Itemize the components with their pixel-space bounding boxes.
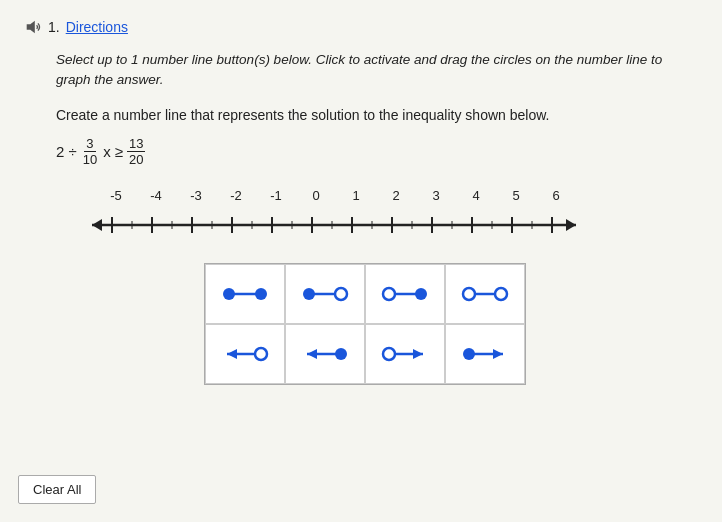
svg-marker-40 xyxy=(227,349,237,359)
button-grid xyxy=(204,263,526,385)
button-grid-wrapper xyxy=(204,263,698,385)
nl-label-neg3: -3 xyxy=(176,188,216,203)
nl-label-2: 2 xyxy=(376,188,416,203)
svg-point-29 xyxy=(255,288,267,300)
svg-marker-47 xyxy=(413,349,423,359)
nl-label-4: 4 xyxy=(456,188,496,203)
btn-open-open[interactable] xyxy=(445,264,525,324)
frac-denominator: 10 xyxy=(81,152,99,168)
page: 1. Directions Select up to 1 number line… xyxy=(0,0,722,429)
question-number: 1. Directions xyxy=(24,18,128,36)
nl-label-3: 3 xyxy=(416,188,456,203)
number-line-container: -5 -4 -3 -2 -1 0 1 2 3 4 5 6 xyxy=(84,188,698,243)
geq-sign: ≥ xyxy=(115,143,123,160)
svg-marker-43 xyxy=(307,349,317,359)
svg-point-44 xyxy=(335,348,347,360)
nl-label-neg1: -1 xyxy=(256,188,296,203)
directions-link[interactable]: Directions xyxy=(66,19,128,35)
svg-point-38 xyxy=(495,288,507,300)
btn-filled-filled[interactable] xyxy=(205,264,285,324)
svg-point-28 xyxy=(223,288,235,300)
nl-label-neg4: -4 xyxy=(136,188,176,203)
svg-point-46 xyxy=(383,348,395,360)
svg-marker-3 xyxy=(566,219,576,231)
problem-text: Create a number line that represents the… xyxy=(56,105,698,126)
svg-point-31 xyxy=(303,288,315,300)
nl-label-0: 0 xyxy=(296,188,336,203)
nl-label-1: 1 xyxy=(336,188,376,203)
btn-filled-right-arrow[interactable] xyxy=(445,324,525,384)
number-line-labels: -5 -4 -3 -2 -1 0 1 2 3 4 5 6 xyxy=(84,188,698,203)
clear-all-button[interactable]: Clear All xyxy=(18,475,96,504)
rhs-denominator: 20 xyxy=(127,152,145,168)
fraction-3-10: 3 10 xyxy=(81,136,99,168)
question-num-label: 1. xyxy=(48,19,60,35)
btn-open-right-arrow[interactable] xyxy=(365,324,445,384)
coeff: 2 ÷ xyxy=(56,143,77,160)
btn-open-filled[interactable] xyxy=(365,264,445,324)
btn-left-arrow-filled[interactable] xyxy=(285,324,365,384)
svg-point-37 xyxy=(463,288,475,300)
nl-label-neg5: -5 xyxy=(96,188,136,203)
svg-point-35 xyxy=(415,288,427,300)
nl-label-5: 5 xyxy=(496,188,536,203)
variable: x xyxy=(103,143,111,160)
question-header: 1. Directions xyxy=(24,18,698,36)
svg-point-49 xyxy=(463,348,475,360)
frac-numerator: 3 xyxy=(84,136,95,153)
nl-label-neg2: -2 xyxy=(216,188,256,203)
svg-point-32 xyxy=(335,288,347,300)
instructions-text: Select up to 1 number line button(s) bel… xyxy=(56,50,698,91)
svg-marker-0 xyxy=(27,21,35,34)
rhs-numerator: 13 xyxy=(127,136,145,153)
math-expression: 2 ÷ 3 10 x ≥ 13 20 xyxy=(56,136,698,168)
number-line-svg xyxy=(84,207,584,243)
svg-point-41 xyxy=(255,348,267,360)
nl-label-6: 6 xyxy=(536,188,576,203)
btn-left-arrow-open[interactable] xyxy=(205,324,285,384)
svg-marker-2 xyxy=(92,219,102,231)
svg-marker-50 xyxy=(493,349,503,359)
fraction-13-20: 13 20 xyxy=(127,136,145,168)
speaker-icon[interactable] xyxy=(24,18,42,36)
svg-point-34 xyxy=(383,288,395,300)
btn-filled-open[interactable] xyxy=(285,264,365,324)
